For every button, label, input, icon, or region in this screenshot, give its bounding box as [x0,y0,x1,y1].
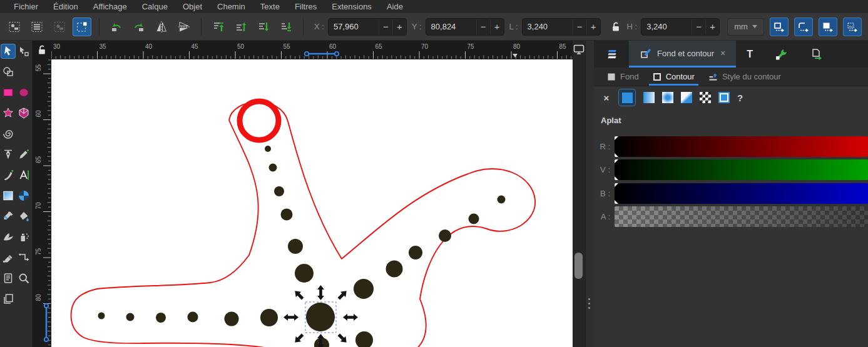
menu-item[interactable]: Aide [379,0,411,13]
unit-select[interactable]: mm [727,18,764,36]
paint-dot[interactable] [281,209,293,221]
checker-pattern-button[interactable] [700,92,711,103]
menu-item[interactable]: Texte [253,0,287,13]
scale-corners-toggle[interactable] [794,18,813,36]
paint-dot[interactable] [265,146,271,152]
green-slider[interactable] [615,159,868,180]
select-all-button[interactable] [5,18,24,36]
y-input[interactable]: 80,824 [426,22,476,31]
tool-selector[interactable] [1,44,16,59]
tab-fill-stroke[interactable]: Fond et contour × [629,41,736,68]
tab-preferences[interactable] [763,41,799,68]
tab-export[interactable] [799,41,834,68]
paint-dot[interactable] [498,196,506,204]
paint-dot[interactable] [409,246,422,259]
paint-dot[interactable] [188,312,198,323]
x-increment-button[interactable]: + [392,19,406,34]
paint-dot[interactable] [288,239,303,254]
y-increment-button[interactable]: + [490,19,504,34]
flip-vertical-button[interactable] [175,18,193,36]
ring-shape[interactable] [240,101,278,140]
rotate-cw-button[interactable] [130,18,148,36]
selected-object[interactable] [306,303,335,331]
tool-node-editor[interactable] [16,44,31,59]
alpha-slider[interactable] [615,206,868,227]
deselect-button[interactable] [50,18,69,36]
flip-horizontal-button[interactable] [152,18,171,36]
menu-item[interactable]: Fichier [6,0,46,13]
paint-dot[interactable] [355,331,373,347]
tool-dropper[interactable] [1,209,16,224]
subtab-stroke-style[interactable]: Style du contour [702,68,788,86]
scale-handle-bottom-right[interactable] [336,332,349,345]
width-increment-button[interactable]: + [586,19,600,34]
menu-item[interactable]: Extensions [324,0,379,13]
x-input[interactable]: 57,960 [329,22,379,31]
move-gradients-toggle[interactable] [819,18,837,36]
pattern-button[interactable] [681,92,692,103]
paint-dot[interactable] [156,313,166,323]
height-decrement-button[interactable]: − [692,19,705,34]
menu-item[interactable]: Chemin [210,0,253,13]
tool-star[interactable] [1,106,16,121]
lock-ratio-toggle[interactable] [610,21,622,33]
tool-spray[interactable] [16,229,31,244]
tool-rectangle[interactable] [1,85,16,100]
y-decrement-button[interactable]: − [476,19,490,34]
paint-dot[interactable] [260,309,278,326]
menu-item[interactable]: Édition [46,0,86,13]
lower-button[interactable] [254,18,273,36]
paint-dot[interactable] [225,312,239,326]
linear-gradient-button[interactable] [643,92,655,103]
paint-dot[interactable] [126,313,135,321]
tool-connector[interactable] [16,250,31,265]
tool-shape-builder[interactable] [1,64,16,79]
paint-dot[interactable] [269,164,277,172]
flat-color-button[interactable] [618,89,636,106]
raise-button[interactable] [232,18,250,36]
ruler-corner[interactable] [33,41,51,59]
menu-item[interactable]: Calque [135,0,175,13]
menu-item[interactable]: Objet [175,0,210,13]
tool-tweak[interactable] [1,229,16,244]
lower-to-bottom-button[interactable] [277,18,295,36]
subtab-fill[interactable]: Fond [600,68,646,86]
tool-ellipse[interactable] [16,85,31,100]
vertical-scrollbar[interactable] [573,41,585,347]
scale-handle-top[interactable] [317,285,324,300]
subtab-stroke[interactable]: Contour [646,68,702,86]
tool-text[interactable] [16,168,31,183]
swatch-button[interactable] [718,92,730,103]
selection-cue-toggle[interactable] [73,18,91,36]
paint-dot[interactable] [386,261,403,278]
width-input[interactable]: 3,240 [523,22,573,31]
unknown-paint-button[interactable]: ? [737,93,743,103]
paint-dot[interactable] [274,186,284,196]
tool-pen[interactable] [1,147,16,162]
tool-box-3d[interactable] [16,106,31,121]
blue-slider[interactable] [615,183,868,204]
menu-item[interactable]: Filtres [287,0,324,13]
paint-dot[interactable] [439,229,451,242]
radial-gradient-button[interactable] [662,92,673,103]
tool-gradient[interactable] [1,188,16,203]
tab-text[interactable]: T [736,41,763,68]
width-decrement-button[interactable]: − [573,19,586,34]
tool-eraser[interactable] [1,250,16,265]
no-paint-button[interactable]: × [602,93,611,103]
tool-pages[interactable] [1,291,16,306]
tool-calligraphy[interactable] [1,168,16,183]
tool-paint-bucket[interactable] [16,209,31,224]
scale-handle-bottom-left[interactable] [292,332,305,345]
scale-handle-right[interactable] [343,314,358,321]
rotate-ccw-button[interactable] [107,18,126,36]
paint-dot[interactable] [98,313,105,319]
scale-handle-top-right[interactable] [336,288,349,301]
red-slider[interactable] [615,136,868,157]
paint-dot[interactable] [469,214,479,224]
menu-item[interactable]: Affichage [86,0,135,13]
tool-spiral[interactable] [1,126,16,141]
raise-to-top-button[interactable] [209,18,228,36]
scrollbar-thumb[interactable] [574,253,583,279]
horizontal-ruler[interactable]: 303540455055606570758085 [51,41,573,59]
